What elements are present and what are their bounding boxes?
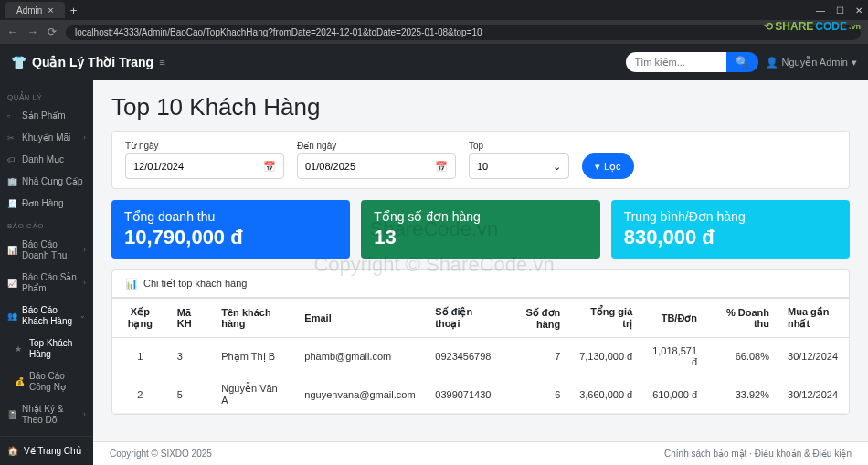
table-row[interactable]: 25Nguyễn Văn Anguyenvana@gmail.com039907… [112,375,849,414]
new-tab-button[interactable]: + [70,4,78,17]
sidebar-item-logs[interactable]: 📓Nhật Ký & Theo Dõi› [0,398,93,431]
calendar-icon: 📅 [263,161,276,173]
filter-button[interactable]: ▾Lọc [582,153,634,179]
from-date-input[interactable]: 12/01/2024📅 [125,153,284,179]
sidebar-item-promotions[interactable]: ✂Khuyến Mãi› [0,127,93,149]
main-content: Top 10 Khách Hàng Từ ngày 12/01/2024📅 Đế… [93,80,868,465]
close-icon[interactable]: × [48,5,53,16]
sidebar-item-categories[interactable]: 🏷Danh Mục [0,149,93,171]
search-input[interactable] [626,52,726,72]
people-icon: 👥 [7,312,16,322]
brand[interactable]: 👕 Quản Lý Thời Trang ≡ [11,55,165,69]
user-menu[interactable]: 👤 Nguyễn Admin ▾ [766,57,857,69]
sidebar-item-products[interactable]: ▫Sản Phẩm [0,105,93,127]
table-title: 📊Chi tiết top khách hàng [112,270,849,298]
sidebar-item-customer-report[interactable]: 👥Báo Cáo Khách Hàng⌄ [0,300,93,333]
journal-icon: 📓 [7,410,16,420]
page-title: Top 10 Khách Hàng [111,93,850,122]
sidebar-item-debt-report[interactable]: 💰Báo Cáo Công Nợ [0,365,93,398]
menu-toggle-icon[interactable]: ≡ [159,57,164,68]
search-wrap: 🔍 [626,52,758,72]
star-icon: ★ [15,344,24,354]
from-date-label: Từ ngày [125,141,284,151]
top-label: Top [469,141,569,151]
browser-titlebar: Admin × + — ☐ ✕ [0,0,868,20]
table-card: 📊Chi tiết top khách hàng Xếp hạng Mã KH … [111,269,850,415]
user-icon: 👤 [766,57,778,69]
table-row[interactable]: 13Phạm Thị Bphamb@gmail.com092345679877,… [112,338,849,375]
filter-card: Từ ngày 12/01/2024📅 Đến ngày 01/08/2025📅… [111,131,850,189]
sidebar-item-suppliers[interactable]: 🏢Nhà Cung Cấp [0,171,93,193]
top-select[interactable]: 10⌄ [469,153,569,179]
address-bar-row: ← → ⟳ localhost:44333/Admin/BaoCao/TopKh… [0,20,868,44]
chart-icon: 📈 [7,279,16,289]
browser-tab[interactable]: Admin × [5,2,65,18]
back-icon[interactable]: ← [7,26,18,38]
footer: Copyright © SIXDO 2025 Chính sách bảo mậ… [93,441,868,465]
to-date-label: Đến ngày [297,141,456,151]
chart-icon: 📊 [7,246,16,256]
money-icon: 💰 [15,377,24,387]
box-icon: ▫ [7,111,16,122]
tag-icon: 🏷 [7,155,16,165]
home-icon: 🏠 [7,446,18,456]
stat-revenue: Tổng doanh thu 10,790,000 đ [111,200,350,259]
sidebar-item-top-customers[interactable]: ★Top Khách Hàng [0,333,93,365]
reload-icon[interactable]: ⟳ [48,26,57,38]
browser-chrome: Admin × + — ☐ ✕ ← → ⟳ localhost:44333/Ad… [0,0,868,44]
chevron-down-icon: ⌄ [553,161,561,173]
minimize-icon[interactable]: — [816,5,825,16]
sidebar-item-orders[interactable]: 🧾Đơn Hàng [0,193,93,215]
sharecode-logo: ⟲SHARECODE.vn [764,20,861,33]
maximize-icon[interactable]: ☐ [836,5,844,16]
chevron-right-icon: › [83,279,86,288]
chevron-right-icon: › [83,133,86,143]
search-icon: 🔍 [736,56,749,69]
chart-icon: 📊 [125,278,138,290]
footer-copyright: Copyright © SIXDO 2025 [110,449,212,459]
scissors-icon: ✂ [7,133,16,143]
search-button[interactable]: 🔍 [726,52,758,72]
sidebar-heading-report: BÁO CÁO [0,215,93,234]
address-bar[interactable]: localhost:44333/Admin/BaoCao/TopKhachHan… [66,25,861,40]
sidebar-heading-manage: QUẢN LÝ [0,86,93,105]
stats-row: Tổng doanh thu 10,790,000 đ Tổng số đơn … [111,200,850,259]
chevron-down-icon: ▾ [852,57,857,69]
chevron-right-icon: › [83,410,86,419]
receipt-icon: 🧾 [7,199,16,209]
sidebar-item-product-report[interactable]: 📈Báo Cáo Sản Phẩm› [0,267,93,300]
calendar-icon: 📅 [435,161,448,173]
tshirt-icon: 👕 [11,55,26,69]
close-window-icon[interactable]: ✕ [855,5,863,16]
customer-table: Xếp hạng Mã KH Tên khách hàng Email Số đ… [112,298,849,414]
app-topbar: 👕 Quản Lý Thời Trang ≡ 🔍 👤 Nguyễn Admin … [0,44,868,80]
forward-icon[interactable]: → [27,26,38,38]
funnel-icon: ▾ [595,161,600,173]
stat-orders: Tổng số đơn hàng 13 [361,200,599,259]
sidebar: QUẢN LÝ ▫Sản Phẩm ✂Khuyến Mãi› 🏷Danh Mục… [0,80,93,465]
chevron-right-icon: › [83,246,86,255]
chevron-down-icon: ⌄ [79,312,86,321]
to-date-input[interactable]: 01/08/2025📅 [297,153,456,179]
footer-links[interactable]: Chính sách bảo mật · Điều khoản & Điều k… [664,449,852,459]
tab-title: Admin [16,5,42,16]
sidebar-home[interactable]: 🏠Về Trang Chủ [0,436,93,465]
building-icon: 🏢 [7,177,16,187]
stat-avg: Trung bình/Đơn hàng 830,000 đ [611,200,850,259]
sidebar-item-revenue-report[interactable]: 📊Báo Cáo Doanh Thu› [0,234,93,267]
table-header-row: Xếp hạng Mã KH Tên khách hàng Email Số đ… [112,299,849,338]
